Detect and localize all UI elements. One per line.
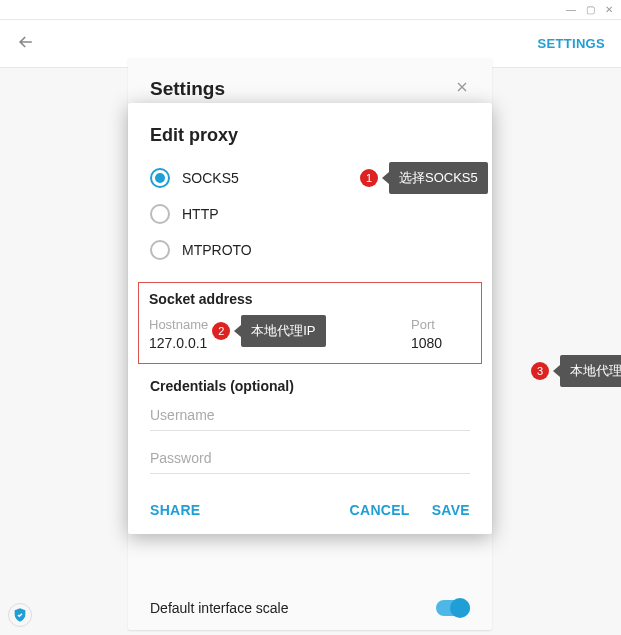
radio-icon [150, 204, 170, 224]
callout-tip-3: 本地代理默认端口 [560, 355, 621, 387]
back-icon[interactable] [16, 32, 36, 56]
port-value: 1080 [411, 335, 471, 351]
callout-tip-2: 本地代理IP [241, 315, 325, 347]
credentials-title: Credentials (optional) [150, 378, 470, 394]
callout-arrow-icon [553, 365, 560, 377]
callout-badge-1: 1 [360, 169, 378, 187]
radio-icon [150, 240, 170, 260]
port-label: Port [411, 317, 435, 332]
close-icon[interactable] [454, 79, 470, 99]
callout-arrow-icon [234, 325, 241, 337]
radio-label: MTPROTO [182, 242, 252, 258]
username-input[interactable]: Username [150, 398, 470, 431]
dialog-title: Edit proxy [128, 125, 492, 160]
radio-icon [150, 168, 170, 188]
minimize-icon[interactable]: — [566, 4, 576, 15]
radio-label: SOCKS5 [182, 170, 239, 186]
maximize-icon[interactable]: ▢ [586, 4, 595, 15]
window-close-icon[interactable]: ✕ [605, 4, 613, 15]
socket-title: Socket address [149, 291, 471, 307]
radio-label: HTTP [182, 206, 219, 222]
socket-address-group: Socket address Hostname 2 本地代理IP 127.0.0… [138, 282, 482, 364]
password-input[interactable]: Password [150, 441, 470, 474]
hostname-label: Hostname [149, 317, 208, 332]
radio-mtproto[interactable]: MTPROTO [128, 232, 492, 268]
save-button[interactable]: SAVE [432, 502, 470, 518]
edit-proxy-dialog: Edit proxy SOCKS5 1 选择SOCKS5 HTTP MTPROT… [128, 103, 492, 534]
settings-title: Settings [150, 78, 225, 100]
interface-scale-label: Default interface scale [150, 600, 289, 616]
dialog-actions: SHARE CANCEL SAVE [128, 484, 492, 534]
hostname-field[interactable]: Hostname 2 本地代理IP 127.0.0.1 [149, 315, 391, 351]
password-placeholder: Password [150, 450, 211, 466]
callout-badge-2: 2 [212, 322, 230, 340]
callout-tip-1: 选择SOCKS5 [389, 162, 488, 194]
callout-arrow-icon [382, 172, 389, 184]
credentials-group: Credentials (optional) Username Password [128, 378, 492, 474]
callout-badge-3: 3 [531, 362, 549, 380]
shield-icon[interactable] [8, 603, 32, 627]
radio-http[interactable]: HTTP [128, 196, 492, 232]
share-button[interactable]: SHARE [150, 502, 201, 518]
port-field[interactable]: Port 1080 [411, 315, 471, 351]
cancel-button[interactable]: CANCEL [350, 502, 410, 518]
interface-scale-toggle[interactable] [436, 600, 470, 616]
settings-link[interactable]: SETTINGS [538, 36, 605, 51]
window-titlebar: — ▢ ✕ [0, 0, 621, 20]
radio-socks5[interactable]: SOCKS5 1 选择SOCKS5 [128, 160, 492, 196]
username-placeholder: Username [150, 407, 215, 423]
